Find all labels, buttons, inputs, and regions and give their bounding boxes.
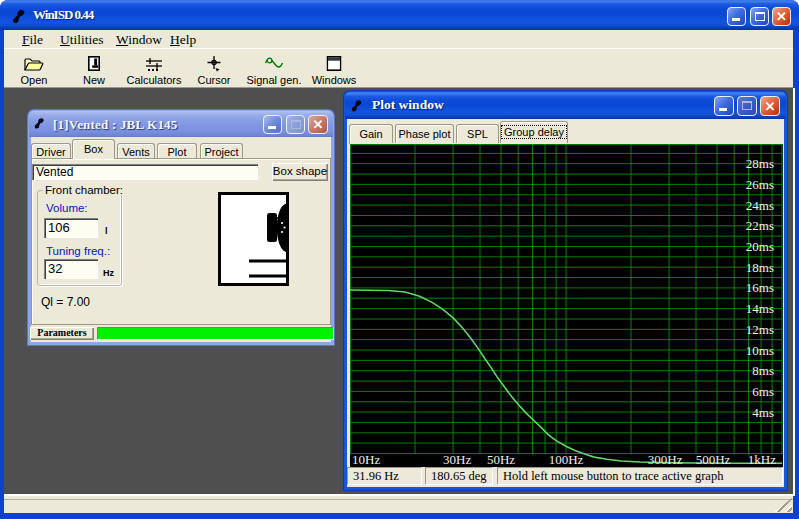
svg-text:1kHz: 1kHz <box>748 452 776 467</box>
svg-text:30Hz: 30Hz <box>443 452 471 467</box>
svg-text:22ms: 22ms <box>746 218 774 233</box>
svg-text:20ms: 20ms <box>746 239 774 254</box>
svg-text:8ms: 8ms <box>752 363 774 378</box>
svg-text:500Hz: 500Hz <box>696 452 731 467</box>
svg-text:10Hz: 10Hz <box>352 452 380 467</box>
svg-text:16ms: 16ms <box>746 280 774 295</box>
svg-text:10ms: 10ms <box>746 343 774 358</box>
svg-text:24ms: 24ms <box>746 198 774 213</box>
svg-text:26ms: 26ms <box>746 177 774 192</box>
svg-text:6ms: 6ms <box>752 384 774 399</box>
svg-text:4ms: 4ms <box>752 405 774 420</box>
svg-text:14ms: 14ms <box>746 301 774 316</box>
svg-text:18ms: 18ms <box>746 260 774 275</box>
svg-text:50Hz: 50Hz <box>487 452 515 467</box>
svg-text:100Hz: 100Hz <box>549 452 584 467</box>
svg-text:12ms: 12ms <box>746 322 774 337</box>
svg-text:28ms: 28ms <box>746 156 774 171</box>
svg-text:300Hz: 300Hz <box>648 452 683 467</box>
